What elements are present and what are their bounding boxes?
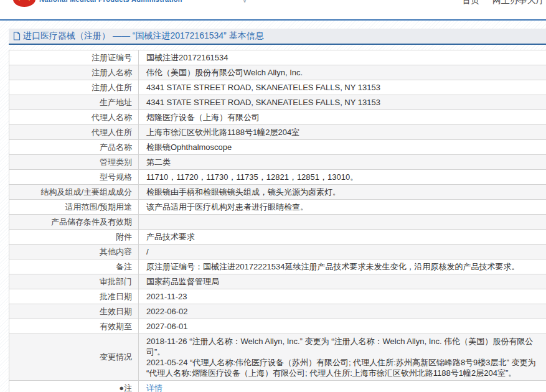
row-label: 注册人名称	[9, 65, 139, 80]
org-name-english: National Medical Products Administration	[39, 0, 182, 3]
row-value: 详情	[139, 381, 546, 392]
row-value: /	[139, 245, 546, 259]
table-row: 备注 原注册证编号：国械注进20172221534延续注册产品技术要求未发生变化…	[9, 259, 546, 274]
row-value	[139, 215, 546, 230]
table-row: 变更情况 2018-11-26 “注册人名称：Welch Allyn, Inc.…	[9, 334, 546, 381]
row-value: 检眼镜由手柄和检眼镜镜头组成，镜头光源为卤素灯。	[139, 185, 546, 200]
row-label: 代理人住所	[9, 125, 139, 140]
table-row: 结构及组成/主要组成成分 检眼镜由手柄和检眼镜镜头组成，镜头光源为卤素灯。	[9, 185, 546, 200]
row-label: 生效日期	[9, 304, 139, 319]
table-row: 其他内容 /	[9, 245, 546, 259]
table-row: 生产地址 4341 STATE STREET ROAD, SKANEATELES…	[9, 95, 546, 110]
row-label: 管理类别	[9, 155, 139, 170]
row-label: 附件	[9, 230, 139, 245]
table-row: 批准日期 2021-11-23	[9, 289, 546, 304]
row-label: 变更情况	[9, 334, 139, 381]
table-row: 型号规格 11710，11720，11730，11735，12821，12851…	[9, 170, 546, 185]
row-label: 审批部门	[9, 274, 139, 289]
row-value: 4341 STATE STREET ROAD, SKANEATELES FALL…	[139, 95, 546, 110]
note-detail-link[interactable]: 详情	[146, 383, 162, 392]
row-label: 适用范围/预期用途	[9, 200, 139, 215]
top-header: National Medical Products Administration…	[0, 0, 546, 21]
table-row: ●注 详情	[9, 381, 546, 392]
table-row: 注册人名称 伟伦（美国）股份有限公司Welch Allyn, Inc.	[9, 65, 546, 80]
row-label-note: ●注	[9, 381, 139, 392]
row-label: 产品名称	[9, 140, 139, 155]
chevron-down-icon[interactable]: ∨	[242, 0, 247, 4]
row-label: 有效期至	[9, 319, 139, 334]
row-label: 注册证编号	[9, 50, 139, 65]
registration-info-table: 注册证编号 国械注进20172161534 注册人名称 伟伦（美国）股份有限公司…	[9, 50, 546, 392]
table-row: 代理人名称 熠隆医疗设备（上海）有限公司	[9, 110, 546, 125]
nmpa-logo-icon	[12, 0, 36, 7]
table-row: 生效日期 2022-06-02	[9, 304, 546, 319]
row-value: 国械注进20172161534	[139, 50, 546, 65]
table-row: 代理人住所 上海市徐汇区钦州北路1188号1幢2层204室	[9, 125, 546, 140]
row-label: 其他内容	[9, 245, 139, 259]
row-value: 伟伦（美国）股份有限公司Welch Allyn, Inc.	[139, 65, 546, 80]
row-label: 产品储存条件及有效期	[9, 215, 139, 230]
row-value: 2027-06-01	[139, 319, 546, 334]
table-row: 附件 产品技术要求	[9, 230, 546, 245]
table-row: 适用范围/预期用途 该产品适用于医疗机构对患者进行眼睛检查。	[9, 200, 546, 215]
table-row: 有效期至 2027-06-01	[9, 319, 546, 334]
page-title: 进口医疗器械（注册） —— “国械注进20172161534” 基本信息	[23, 30, 264, 42]
table-row: 产品储存条件及有效期	[9, 215, 546, 230]
row-value: 该产品适用于医疗机构对患者进行眼睛检查。	[139, 200, 546, 215]
row-value: 4341 STATE STREET ROAD, SKANEATELES FALL…	[139, 80, 546, 95]
document-icon	[13, 32, 21, 40]
row-label: 注册人住所	[9, 80, 139, 95]
table-row: 注册证编号 国械注进20172161534	[9, 50, 546, 65]
row-value: 国家药品监督管理局	[139, 274, 546, 289]
row-value: 检眼镜Ophthalmoscope	[139, 140, 546, 155]
page-title-bar: 进口医疗器械（注册） —— “国械注进20172161534” 基本信息	[9, 29, 546, 45]
nav-item-home[interactable]: 首页	[462, 0, 479, 6]
row-value-change-history: 2018-11-26 “注册人名称：Welch Allyn, Inc.” 变更为…	[139, 334, 546, 381]
row-value: 产品技术要求	[139, 230, 546, 245]
table-row: 注册人住所 4341 STATE STREET ROAD, SKANEATELE…	[9, 80, 546, 95]
row-label: 代理人名称	[9, 110, 139, 125]
nav-item-service-hall[interactable]: 网上办事大厅	[492, 0, 545, 6]
row-value: 第二类	[139, 155, 546, 170]
table-row: 审批部门 国家药品监督管理局	[9, 274, 546, 289]
table-row: 管理类别 第二类	[9, 155, 546, 170]
row-value: 上海市徐汇区钦州北路1188号1幢2层204室	[139, 125, 546, 140]
row-label: 型号规格	[9, 170, 139, 185]
row-value: 11710，11720，11730，11735，12821，12851，1301…	[139, 170, 546, 185]
row-label: 批准日期	[9, 289, 139, 304]
row-value: 原注册证编号：国械注进20172221534延续注册产品技术要求未发生变化，沿用…	[139, 259, 546, 274]
table-row: 产品名称 检眼镜Ophthalmoscope	[9, 140, 546, 155]
row-value: 熠隆医疗设备（上海）有限公司	[139, 110, 546, 125]
row-label: 备注	[9, 259, 139, 274]
row-label: 生产地址	[9, 95, 139, 110]
row-label: 结构及组成/主要组成成分	[9, 185, 139, 200]
row-value: 2021-11-23	[139, 289, 546, 304]
row-value: 2022-06-02	[139, 304, 546, 319]
